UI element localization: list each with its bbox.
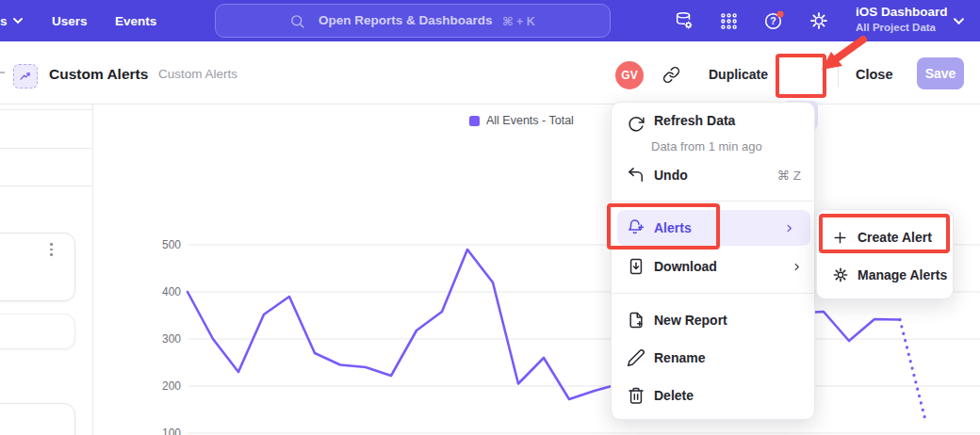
refresh-subtext: Data from 1 min ago <box>651 139 762 153</box>
search-placeholder: Open Reports & Dashboards <box>318 13 493 27</box>
top-nav-bar: s Users Events Open Reports & Dashboards… <box>0 0 980 41</box>
notification-dot <box>776 10 783 17</box>
sidebar-divider <box>0 185 92 186</box>
chevron-down-icon <box>954 18 964 24</box>
data-management-icon[interactable] <box>671 8 697 34</box>
gear-icon <box>832 266 849 283</box>
refresh-icon <box>627 115 645 134</box>
help-icon[interactable]: ? <box>760 8 787 34</box>
menu-item-delete[interactable]: Delete <box>612 377 814 414</box>
menu-separator <box>612 201 814 201</box>
context-menu: Refresh Data Data from 1 min ago Undo ⌘ … <box>611 102 815 420</box>
cut-off-element <box>0 72 5 73</box>
sidebar-card[interactable] <box>0 233 75 301</box>
divider <box>838 60 839 87</box>
legend-label: All Events - Total <box>486 114 574 127</box>
menu-separator <box>612 293 814 294</box>
kebab-menu-icon[interactable] <box>50 243 53 256</box>
report-header: Custom Alerts Custom Alerts GV Duplicate… <box>0 41 980 105</box>
save-button[interactable]: Save <box>917 57 964 89</box>
nav-item-users[interactable]: Users <box>52 0 88 41</box>
plus-icon <box>832 229 849 246</box>
file-plus-icon <box>627 311 645 330</box>
menu-item-new-report[interactable]: New Report <box>612 301 814 339</box>
breadcrumb: Custom Alerts <box>158 67 237 81</box>
nav-item-cut-off[interactable]: s <box>0 0 23 41</box>
menu-item-download[interactable]: Download <box>612 248 814 285</box>
alerts-submenu: Create Alert Manage Alerts <box>816 209 954 299</box>
panel-divider <box>92 104 93 435</box>
undo-icon <box>627 166 645 185</box>
avatar[interactable]: GV <box>615 61 644 89</box>
menu-item-alerts[interactable]: Alerts <box>617 210 810 246</box>
chevron-right-icon <box>784 223 794 234</box>
submenu-item-manage-alerts[interactable]: Manage Alerts <box>817 257 953 293</box>
nav-item-events[interactable]: Events <box>115 0 156 41</box>
settings-gear-icon[interactable] <box>806 8 832 34</box>
chart-legend: All Events - Total <box>469 114 574 127</box>
sidebar-card[interactable] <box>0 403 75 435</box>
pencil-icon <box>627 348 645 367</box>
apps-grid-icon[interactable] <box>715 8 742 34</box>
global-search-input[interactable]: Open Reports & Dashboards ⌘ + K <box>215 4 611 38</box>
sidebar-divider <box>0 148 92 149</box>
page-title: Custom Alerts <box>49 66 148 83</box>
submenu-item-create-alert[interactable]: Create Alert <box>817 219 953 255</box>
chevron-down-icon <box>13 18 23 24</box>
app-window: 100200300400500 All Events - Total Custo… <box>0 0 980 435</box>
legend-swatch <box>469 116 480 126</box>
svg-text:?: ? <box>770 15 776 26</box>
copy-link-icon[interactable] <box>662 66 680 84</box>
search-icon <box>289 13 305 29</box>
download-icon <box>627 257 645 276</box>
duplicate-button[interactable]: Duplicate <box>709 67 768 82</box>
close-button[interactable]: Close <box>856 67 893 82</box>
undo-shortcut: ⌘ Z <box>777 168 802 183</box>
menu-item-refresh-data[interactable]: Refresh Data Data from 1 min ago <box>612 111 814 154</box>
insights-report-icon <box>13 64 38 89</box>
menu-item-undo[interactable]: Undo ⌘ Z <box>612 156 814 194</box>
search-shortcut: ⌘ + K <box>502 14 535 28</box>
bell-plus-icon <box>627 218 645 237</box>
chevron-right-icon <box>792 262 802 272</box>
sidebar-divider <box>0 109 92 110</box>
menu-item-rename[interactable]: Rename <box>612 339 814 377</box>
sidebar-card[interactable] <box>0 314 75 349</box>
trash-icon <box>627 386 645 405</box>
